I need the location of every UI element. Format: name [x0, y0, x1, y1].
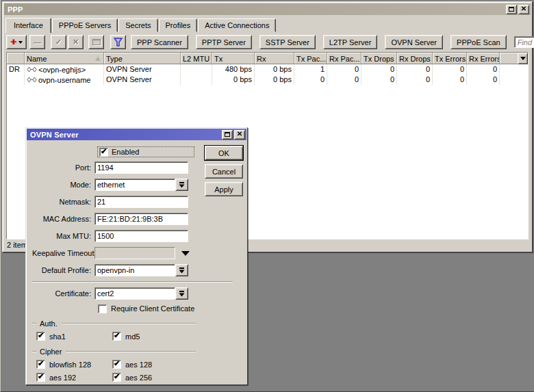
sort-asc-icon [95, 56, 101, 61]
col-rx-drops[interactable]: Rx Drops [397, 53, 433, 64]
row-flags [7, 75, 25, 85]
toolbar: + — ✓ ✕ PPP Scanner PPTP Server SSTP Ser… [4, 32, 531, 52]
col-type[interactable]: Type [104, 53, 181, 64]
disable-button[interactable]: ✕ [68, 35, 84, 49]
l2tp-server-button[interactable]: L2TP Server [323, 35, 378, 49]
row-rx-errors: 0 [467, 64, 500, 75]
dialog-maximize-button[interactable] [222, 130, 233, 140]
col-name[interactable]: Name [25, 53, 104, 64]
tab-interface[interactable]: Interface [5, 18, 51, 33]
row-l2mtu [181, 64, 212, 75]
maximize-button[interactable] [506, 5, 517, 14]
port-field[interactable] [94, 161, 188, 174]
col-tx-errors[interactable]: Tx Errors [433, 53, 467, 64]
default-profile-dropdown-button[interactable] [175, 264, 188, 276]
keepalive-timeout-field [94, 247, 175, 259]
col-tx-packets[interactable]: Tx Pac... [294, 53, 327, 64]
remove-button[interactable]: — [29, 35, 45, 49]
comment-icon [92, 39, 101, 45]
netmask-field[interactable] [94, 196, 188, 208]
table-row[interactable]: DR <ovpn-eghijs> OVPN Server 480 bps 0 b… [7, 64, 528, 75]
row-rx: 0 bps [255, 64, 294, 75]
cipher-section-label: Cipher [40, 348, 62, 356]
tab-profiles[interactable]: Profiles [159, 18, 198, 32]
netmask-row: Netmask: [32, 195, 241, 209]
default-profile-field[interactable] [94, 264, 175, 276]
section-dash [32, 351, 36, 352]
default-profile-combo [94, 264, 188, 276]
cipher-options: blowfish 128 aes 128 [36, 360, 241, 369]
col-flags[interactable] [7, 53, 25, 64]
row-rx-packets: 0 [327, 64, 361, 75]
filter-button[interactable] [110, 35, 126, 49]
row-tx: 0 bps [212, 75, 255, 85]
dialog-titlebar[interactable]: OVPN Server ✕ [27, 129, 246, 140]
close-button[interactable]: ✕ [518, 5, 529, 14]
enable-button[interactable]: ✓ [51, 35, 66, 49]
port-label: Port: [32, 164, 94, 172]
col-tx[interactable]: Tx [212, 53, 255, 64]
auth-option: sha1 [36, 332, 112, 341]
comment-button[interactable] [88, 35, 104, 49]
dialog-close-button[interactable]: ✕ [234, 130, 245, 140]
mac-address-field[interactable] [94, 213, 188, 225]
cipher-option: aes 128 [112, 360, 152, 369]
ovpn-server-dialog: OVPN Server ✕ Enabled Port: Mode: [25, 127, 248, 385]
cross-icon: ✕ [73, 38, 79, 47]
mode-dropdown-button[interactable] [175, 179, 188, 191]
netmask-label: Netmask: [32, 198, 94, 206]
enabled-focus-box: Enabled [97, 146, 194, 157]
blowfish-128-checkbox[interactable] [36, 360, 45, 369]
col-rx[interactable]: Rx [255, 53, 294, 64]
certificate-label: Certificate: [32, 289, 94, 298]
apply-button[interactable]: Apply [205, 182, 243, 196]
mode-field[interactable] [94, 179, 175, 191]
aes-256-checkbox[interactable] [112, 373, 121, 382]
aes-192-checkbox[interactable] [36, 373, 45, 382]
cipher-option: blowfish 128 [36, 360, 112, 369]
row-tx-drops: 0 [361, 64, 397, 75]
separator [32, 281, 233, 282]
add-dropdown-icon [18, 41, 23, 44]
row-type: OVPN Server [104, 64, 181, 75]
add-button[interactable]: + [6, 35, 27, 49]
col-rx-packets[interactable]: Rx Pac... [327, 53, 361, 64]
mac-address-label: MAC Address: [32, 215, 94, 223]
sstp-server-button[interactable]: SSTP Server [259, 35, 316, 49]
md5-checkbox[interactable] [112, 332, 121, 341]
table-row[interactable]: ovpn-username OVPN Server 0 bps 0 bps 0 … [7, 75, 528, 85]
sha1-checkbox[interactable] [36, 332, 45, 341]
enabled-checkbox[interactable] [99, 148, 108, 157]
certificate-field[interactable] [94, 287, 175, 300]
require-client-certificate-row: Require Client Certificate [98, 304, 241, 313]
ok-button[interactable]: OK [205, 146, 243, 160]
require-client-certificate-checkbox[interactable] [98, 304, 107, 313]
ppp-scanner-button[interactable]: PPP Scanner [131, 35, 188, 49]
ovpn-server-button[interactable]: OVPN Server [385, 35, 443, 49]
max-mtu-field[interactable] [94, 230, 188, 242]
keepalive-expand-icon[interactable] [181, 251, 190, 256]
default-profile-label: Default Profile: [32, 266, 94, 274]
pppoe-scan-button[interactable]: PPPoE Scan [450, 35, 507, 49]
tab-secrets[interactable]: Secrets [118, 18, 157, 32]
col-rx-errors[interactable]: Rx Errors [467, 53, 500, 64]
pptp-server-button[interactable]: PPTP Server [196, 35, 252, 49]
ppp-titlebar[interactable]: PPP ✕ [4, 3, 531, 15]
find-input[interactable] [514, 36, 534, 48]
cancel-button[interactable]: Cancel [205, 164, 243, 179]
aes-128-checkbox[interactable] [112, 360, 121, 369]
tab-pppoe-servers[interactable]: PPPoE Servers [52, 18, 118, 32]
row-flags: DR [7, 64, 25, 75]
interface-icon [27, 77, 37, 83]
row-name: ovpn-username [25, 75, 104, 85]
col-l2mtu[interactable]: L2 MTU [181, 53, 212, 64]
sha1-label: sha1 [49, 332, 66, 341]
col-tx-drops[interactable]: Tx Drops [361, 53, 397, 64]
auth-section-header: Auth. [32, 319, 241, 327]
column-select-button[interactable] [518, 53, 528, 64]
certificate-dropdown-button[interactable] [175, 287, 188, 300]
certificate-row: Certificate: [32, 287, 241, 300]
tab-active-connections[interactable]: Active Connections [198, 18, 276, 32]
interface-icon [27, 66, 37, 73]
find-wrap [514, 36, 534, 48]
